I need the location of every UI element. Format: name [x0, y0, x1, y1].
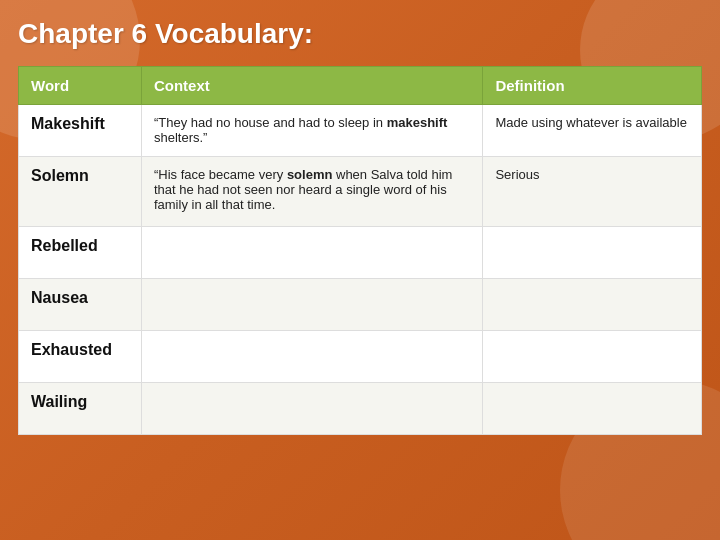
table-row: Rebelled: [19, 227, 702, 279]
table-row: Solemn“His face became very solemn when …: [19, 157, 702, 227]
table-header-row: Word Context Definition: [19, 67, 702, 105]
header-word: Word: [19, 67, 142, 105]
word-cell: Nausea: [19, 279, 142, 331]
definition-cell: [483, 331, 702, 383]
word-cell: Solemn: [19, 157, 142, 227]
context-cell: [141, 331, 483, 383]
word-cell: Makeshift: [19, 105, 142, 157]
context-cell: [141, 383, 483, 435]
context-cell: [141, 227, 483, 279]
definition-cell: [483, 383, 702, 435]
word-cell: Wailing: [19, 383, 142, 435]
word-cell: Exhausted: [19, 331, 142, 383]
table-row: Makeshift“They had no house and had to s…: [19, 105, 702, 157]
definition-cell: Serious: [483, 157, 702, 227]
context-cell: “His face became very solemn when Salva …: [141, 157, 483, 227]
vocabulary-table: Word Context Definition Makeshift“They h…: [18, 66, 702, 435]
context-cell: “They had no house and had to sleep in m…: [141, 105, 483, 157]
context-cell: [141, 279, 483, 331]
table-row: Nausea: [19, 279, 702, 331]
word-cell: Rebelled: [19, 227, 142, 279]
header-definition: Definition: [483, 67, 702, 105]
page-title: Chapter 6 Vocabulary:: [18, 18, 702, 50]
bold-word: solemn: [287, 167, 333, 182]
table-row: Exhausted: [19, 331, 702, 383]
table-row: Wailing: [19, 383, 702, 435]
definition-cell: Made using whatever is available: [483, 105, 702, 157]
bold-word: makeshift: [387, 115, 448, 130]
definition-cell: [483, 279, 702, 331]
definition-cell: [483, 227, 702, 279]
header-context: Context: [141, 67, 483, 105]
